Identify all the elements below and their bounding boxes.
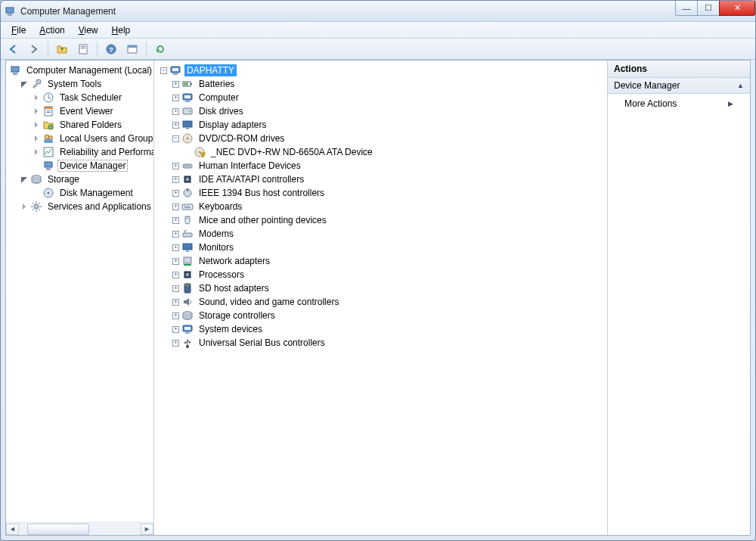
gear-icon (30, 201, 42, 213)
nav-forward-button[interactable] (25, 41, 43, 58)
dev-modems[interactable]: Modems (156, 227, 607, 241)
tree-reliability[interactable]: Reliability and Performance (8, 145, 153, 159)
expander-icon[interactable] (33, 149, 40, 156)
dev-sound[interactable]: Sound, video and game controllers (156, 295, 607, 309)
expander-icon[interactable] (21, 176, 28, 183)
expander-icon[interactable] (172, 258, 179, 265)
expander-icon[interactable] (172, 299, 179, 306)
network-icon (181, 255, 194, 267)
expander-icon[interactable] (172, 244, 179, 251)
dev-processors[interactable]: Processors (156, 268, 607, 281)
dev-sdhost[interactable]: SD host adapters (156, 281, 607, 295)
dev-display[interactable]: Display adapters (156, 118, 607, 132)
menu-file[interactable]: File (5, 23, 32, 37)
tree-shared-folders[interactable]: Shared Folders (8, 118, 153, 132)
expander-icon[interactable] (33, 108, 40, 115)
expander-icon[interactable] (172, 312, 179, 319)
expander-icon[interactable] (172, 340, 179, 347)
client-area: Computer Management (Local) System Tools… (5, 60, 751, 536)
left-hscrollbar[interactable]: ◄ ► (6, 522, 153, 535)
view-button[interactable] (123, 41, 141, 58)
perf-icon (42, 146, 54, 158)
dev-usb[interactable]: Universal Serial Bus controllers (156, 336, 607, 350)
scroll-thumb[interactable] (27, 524, 89, 535)
sound-icon (181, 296, 194, 308)
menu-view[interactable]: View (73, 23, 104, 37)
expander-icon[interactable] (172, 81, 179, 88)
tree-disk-management[interactable]: Disk Management (8, 186, 153, 200)
expander-icon[interactable] (172, 285, 179, 292)
chip-icon (181, 173, 194, 185)
expander-icon[interactable] (172, 95, 179, 101)
expander-icon[interactable] (33, 135, 40, 142)
sd-icon (181, 282, 194, 294)
help-button[interactable] (102, 41, 120, 58)
actions-panel: Actions Device Manager ▲ More Actions ▶ (608, 61, 750, 535)
expander-icon[interactable] (21, 81, 28, 88)
tree-task-scheduler[interactable]: Task Scheduler (8, 91, 153, 104)
window-title: Computer Management (20, 6, 116, 17)
close-button[interactable]: ✕ (719, 1, 755, 16)
scroll-left-button[interactable]: ◄ (6, 524, 19, 535)
device-tree[interactable]: DAPHATTY Batteries Computer Disk drives … (154, 61, 607, 535)
dev-network[interactable]: Network adapters (156, 254, 607, 268)
nav-back-button[interactable] (4, 41, 22, 58)
dev-root[interactable]: DAPHATTY (156, 64, 607, 77)
dev-storagectl[interactable]: Storage controllers (156, 309, 607, 322)
expander-icon (33, 163, 40, 169)
maximize-button[interactable]: ☐ (697, 1, 720, 16)
tree-device-manager[interactable]: Device Manager (8, 159, 153, 173)
expander-icon[interactable] (172, 217, 179, 224)
expander-icon[interactable] (33, 95, 40, 101)
expander-icon[interactable] (172, 190, 179, 197)
dev-ide[interactable]: IDE ATA/ATAPI controllers (156, 173, 607, 186)
dev-batteries[interactable]: Batteries (156, 77, 607, 91)
collapse-icon[interactable]: ▲ (737, 82, 744, 89)
expander-icon[interactable] (172, 326, 179, 333)
scroll-right-button[interactable]: ► (141, 524, 153, 535)
expander-icon[interactable] (172, 108, 179, 115)
up-button[interactable] (53, 41, 71, 58)
refresh-button[interactable] (151, 41, 169, 58)
tree-event-viewer[interactable]: Event Viewer (8, 104, 153, 118)
action-more[interactable]: More Actions ▶ (608, 94, 750, 113)
expander-icon[interactable] (172, 204, 179, 210)
console-tree[interactable]: Computer Management (Local) System Tools… (6, 61, 153, 522)
expander-icon[interactable] (172, 231, 179, 238)
tree-system-tools[interactable]: System Tools (8, 77, 153, 91)
dev-1394[interactable]: IEEE 1394 Bus host controllers (156, 186, 607, 200)
dev-mice[interactable]: Mice and other pointing devices (156, 213, 607, 227)
tree-root-label: Computer Management (Local) (24, 64, 153, 76)
dev-disk-drives[interactable]: Disk drives (156, 104, 607, 118)
app-window: Computer Management — ☐ ✕ File Action Vi… (0, 0, 756, 541)
dev-hid[interactable]: Human Interface Devices (156, 159, 607, 173)
tree-root[interactable]: Computer Management (Local) (8, 64, 153, 77)
properties-button[interactable] (74, 41, 92, 58)
titlebar[interactable]: Computer Management — ☐ ✕ (1, 1, 755, 22)
actions-header: Actions (608, 61, 750, 78)
expander-icon[interactable] (172, 163, 179, 169)
dev-computer[interactable]: Computer (156, 91, 607, 104)
storage-icon (181, 309, 194, 322)
scroll-track[interactable] (20, 524, 140, 535)
expander-icon[interactable] (172, 176, 179, 183)
expander-icon[interactable] (172, 272, 179, 278)
menu-action[interactable]: Action (33, 23, 70, 37)
expander-icon[interactable] (172, 135, 179, 142)
expander-icon[interactable] (160, 67, 167, 74)
dev-monitors[interactable]: Monitors (156, 241, 607, 254)
tree-storage[interactable]: Storage (8, 173, 153, 186)
actions-group[interactable]: Device Manager ▲ (608, 78, 750, 94)
dev-system[interactable]: System devices (156, 322, 607, 336)
dev-dvd-device[interactable]: _NEC DVD+-RW ND-6650A ATA Device (156, 145, 607, 159)
dev-dvd[interactable]: DVD/CD-ROM drives (156, 132, 607, 145)
tree-local-users[interactable]: Local Users and Groups (8, 132, 153, 145)
expander-icon[interactable] (21, 204, 28, 210)
expander-icon[interactable] (33, 122, 40, 129)
disk-icon (42, 187, 54, 199)
menu-help[interactable]: Help (106, 23, 137, 37)
tree-services-apps[interactable]: Services and Applications (8, 200, 153, 213)
dev-keyboards[interactable]: Keyboards (156, 200, 607, 213)
expander-icon[interactable] (172, 122, 179, 129)
minimize-button[interactable]: — (675, 1, 698, 16)
